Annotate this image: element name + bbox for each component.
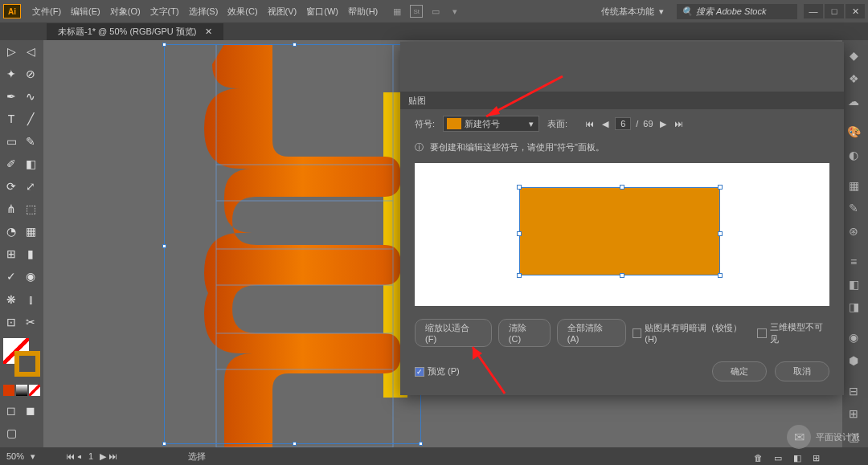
menu-view[interactable]: 视图(V): [263, 6, 302, 18]
stock-icon[interactable]: St: [410, 5, 423, 18]
preview-label: 预览 (P): [428, 365, 460, 377]
direct-selection-tool[interactable]: ◁: [21, 42, 40, 61]
perspective-tool[interactable]: ▦: [21, 222, 40, 241]
color-guide-icon[interactable]: ◐: [842, 144, 865, 165]
color-panel-icon[interactable]: 🎨: [842, 121, 865, 142]
line-tool[interactable]: ╱: [21, 109, 40, 128]
menu-help[interactable]: 帮助(H): [343, 6, 383, 18]
blend-tool[interactable]: ◉: [21, 267, 40, 286]
stroke-swatch[interactable]: [14, 351, 40, 377]
gradient-panel-icon[interactable]: ◧: [842, 274, 865, 295]
graphic-styles-icon[interactable]: ⬢: [842, 350, 865, 371]
surface-label: 表面:: [547, 118, 567, 130]
ok-button[interactable]: 确定: [712, 361, 767, 381]
shaper-tool[interactable]: ✐: [2, 154, 21, 173]
pen-tool[interactable]: ✒: [2, 87, 21, 106]
chevron-down-icon[interactable]: ▾: [31, 451, 35, 462]
stroke-panel-icon[interactable]: ≡: [842, 251, 865, 271]
libraries-panel-icon[interactable]: ☁: [842, 91, 865, 112]
minimize-button[interactable]: —: [804, 4, 823, 18]
clear-all-button[interactable]: 全部清除 (A): [557, 319, 626, 347]
close-button[interactable]: ✕: [845, 4, 865, 18]
gradient-chip[interactable]: [16, 385, 27, 396]
width-tool[interactable]: ⋔: [2, 199, 21, 218]
menu-type[interactable]: 文字(T): [145, 6, 184, 18]
transparency-panel-icon[interactable]: ◨: [842, 296, 865, 317]
bridge-icon[interactable]: ▦: [391, 5, 403, 18]
symbol-dropdown[interactable]: 新建符号 ▾: [443, 116, 539, 132]
rotate-tool[interactable]: ⟳: [2, 177, 21, 196]
last-surface-button[interactable]: ⏭: [673, 119, 685, 128]
lasso-tool[interactable]: ⊘: [21, 64, 40, 84]
menu-window[interactable]: 窗口(W): [301, 6, 343, 18]
appearance-panel-icon[interactable]: ◉: [842, 327, 865, 348]
screen-mode[interactable]: ▢: [2, 423, 21, 443]
column-graph-tool[interactable]: ⫿: [21, 290, 40, 309]
title-toolbar: ▦ St ▭ ▾: [391, 5, 461, 18]
curvature-tool[interactable]: ∿: [21, 87, 40, 106]
symbol-sprayer-tool[interactable]: ❋: [2, 290, 21, 309]
draw-mode-normal[interactable]: ◻: [2, 401, 21, 420]
gradient-tool[interactable]: ▮: [21, 244, 40, 263]
invisible-geometry-checkbox[interactable]: 三维模型不可见: [757, 321, 829, 345]
preview-checkbox[interactable]: ✓ 预览 (P): [415, 365, 460, 377]
brushes-panel-icon[interactable]: ✎: [842, 198, 865, 218]
slice-tool[interactable]: ✂: [21, 312, 40, 332]
mesh-tool[interactable]: ⊞: [2, 244, 21, 263]
shade-artwork-checkbox[interactable]: 贴图具有明暗调（较慢）(H): [633, 322, 751, 344]
transform-panel-icon[interactable]: ⊞: [842, 403, 865, 424]
artboard-tool[interactable]: ⊡: [2, 312, 21, 332]
tab-title: 未标题-1* @ 50% (RGB/GPU 预览): [58, 26, 197, 38]
first-surface-button[interactable]: ⏮: [583, 119, 596, 128]
maximize-button[interactable]: □: [825, 4, 844, 18]
document-tabs: 未标题-1* @ 50% (RGB/GPU 预览) ✕: [0, 22, 868, 40]
workspace-switcher[interactable]: 传统基本功能 ▾: [595, 4, 670, 19]
none-chip[interactable]: [29, 385, 40, 396]
eyedropper-tool[interactable]: ✓: [2, 267, 21, 286]
dropdown-icon[interactable]: ▾: [448, 5, 461, 18]
clear-button[interactable]: 清除 (C): [498, 319, 551, 347]
type-tool[interactable]: T: [2, 109, 21, 128]
color-chip[interactable]: [3, 385, 14, 396]
right-panel-dock: ◆ ❖ ☁ 🎨 ◐ ▦ ✎ ⊛ ≡ ◧ ◨ ◉ ⬢ ⊟ ⊞ ◫: [842, 40, 868, 447]
selection-tool[interactable]: ▷: [2, 42, 21, 61]
paintbrush-tool[interactable]: ✎: [21, 132, 40, 151]
next-surface-button[interactable]: ▶: [658, 119, 668, 129]
eraser-tool[interactable]: ◧: [21, 154, 40, 173]
tools-panel: ▷ ◁ ✦ ⊘ ✒ ∿ T ╱ ▭ ✎ ✐ ◧ ⟳ ⤢ ⋔ ⬚ ◔ ▦ ⊞ ▮ …: [0, 40, 43, 447]
rectangle-tool[interactable]: ▭: [2, 132, 21, 151]
tray-icon[interactable]: ⊞: [813, 453, 820, 463]
magic-wand-tool[interactable]: ✦: [2, 64, 21, 84]
menu-object[interactable]: 对象(O): [105, 6, 145, 18]
tray-icon[interactable]: ▭: [774, 453, 782, 463]
tab-close-icon[interactable]: ✕: [205, 27, 212, 37]
arrange-icon[interactable]: ▭: [429, 5, 442, 18]
menu-select[interactable]: 选择(S): [184, 6, 223, 18]
free-transform-tool[interactable]: ⬚: [21, 199, 40, 218]
fill-stroke-swatch[interactable]: [3, 338, 40, 377]
menu-file[interactable]: 文件(F): [27, 6, 66, 18]
scale-to-fit-button[interactable]: 缩放以适合 (F): [415, 319, 492, 347]
align-panel-icon[interactable]: ⊟: [842, 381, 865, 402]
properties-panel-icon[interactable]: ◆: [842, 45, 865, 66]
layers-panel-icon[interactable]: ❖: [842, 67, 865, 88]
document-tab[interactable]: 未标题-1* @ 50% (RGB/GPU 预览) ✕: [47, 23, 223, 40]
menu-effect[interactable]: 效果(C): [223, 6, 262, 18]
shape-builder-tool[interactable]: ◔: [2, 222, 21, 241]
surface-current[interactable]: 6: [615, 117, 631, 130]
tray-icon[interactable]: 🗑: [754, 453, 763, 463]
scale-tool[interactable]: ⤢: [21, 177, 40, 196]
prev-surface-button[interactable]: ◀: [600, 119, 610, 129]
draw-mode-behind[interactable]: ◼: [21, 401, 40, 420]
swatches-panel-icon[interactable]: ▦: [842, 174, 865, 195]
map-preview[interactable]: [415, 163, 829, 306]
search-input[interactable]: 🔍 搜索 Adobe Stock: [677, 4, 797, 19]
tray-icon[interactable]: ◧: [793, 453, 801, 463]
zoom-level[interactable]: 50%: [6, 451, 24, 461]
artboard-number[interactable]: 1: [88, 451, 93, 461]
symbols-panel-icon[interactable]: ⊛: [842, 220, 865, 241]
mapped-symbol-rect[interactable]: [519, 187, 720, 275]
menu-edit[interactable]: 编辑(E): [66, 6, 105, 18]
cancel-button[interactable]: 取消: [775, 361, 829, 381]
symbol-swatch-icon: [447, 118, 461, 129]
